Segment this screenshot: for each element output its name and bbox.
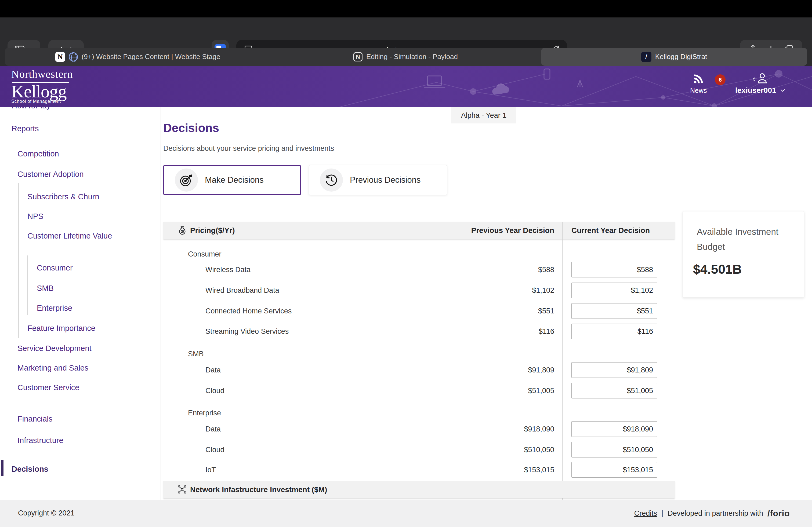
globe-icon	[69, 52, 78, 61]
sidebar-nav: HowToPlay Reports Competition Customer A…	[0, 107, 161, 500]
footer-separator: |	[661, 509, 663, 517]
user-menu[interactable]: lexiuser001	[735, 72, 786, 95]
table-row: Wireless Data $588	[163, 262, 675, 277]
budget-title: Available Investment Budget	[697, 224, 788, 254]
sidebar-item-customer-adoption[interactable]: Customer Adoption	[17, 170, 84, 179]
table-row: Wired Broadband Data $1,102	[163, 283, 675, 298]
table-row: Data $91,809	[163, 362, 675, 378]
sidebar-item-customer-lifetime-value[interactable]: Customer Lifetime Value	[27, 231, 112, 240]
table-row: Cloud $510,050	[163, 442, 675, 457]
previous-value: $153,015	[524, 466, 554, 474]
main-panel: Alpha - Year 1 Decisions Decisions about…	[161, 107, 812, 500]
page-subtitle: Decisions about your service pricing and…	[163, 144, 334, 153]
sidebar-item-customer-service[interactable]: Customer Service	[17, 383, 79, 392]
table-group-row: SMB	[163, 346, 675, 362]
logo-kellogg: Kellogg	[11, 83, 73, 100]
username-text: lexiuser001	[735, 86, 776, 95]
kellogg-logo[interactable]: Northwestern Kellogg School of Managemen…	[11, 68, 73, 104]
row-label: Connected Home Services	[205, 307, 292, 315]
sidebar-item-howtoplay[interactable]: HowToPlay	[12, 107, 50, 110]
credits-link[interactable]: Credits	[634, 509, 657, 517]
copyright-text: Copyright © 2021	[18, 509, 75, 517]
pricing-title: Pricing($/Yr)	[190, 226, 235, 235]
col-previous-year: Previous Year Decision	[471, 226, 554, 235]
sidebar-item-competition[interactable]: Competition	[17, 149, 59, 158]
budget-value: $4.501B	[693, 262, 742, 277]
current-decision-input-smb-data[interactable]	[571, 362, 657, 378]
sidebar-item-nps[interactable]: NPS	[27, 212, 44, 221]
group-label: SMB	[188, 350, 204, 358]
row-label: Streaming Video Services	[205, 327, 289, 336]
sidebar-item-decisions-active[interactable]: Decisions	[12, 465, 48, 473]
col-current-year: Current Year Decision	[571, 226, 650, 235]
round-badge: Alpha - Year 1	[451, 107, 516, 123]
sidebar-item-smb[interactable]: SMB	[37, 284, 54, 293]
current-decision-input-ent-cloud[interactable]	[571, 442, 657, 457]
make-decisions-tab[interactable]: Make Decisions	[163, 165, 301, 195]
row-label: Wired Broadband Data	[205, 286, 279, 295]
news-count-badge: 6	[715, 74, 726, 85]
table-row: Connected Home Services $551	[163, 303, 675, 319]
sidebar-item-feature-importance[interactable]: Feature Importance	[27, 324, 95, 333]
tab-label: (9+) Website Pages Content | Website Sta…	[82, 52, 220, 61]
table-row: Streaming Video Services $116	[163, 323, 675, 339]
svg-text:$: $	[182, 230, 183, 232]
nav-subgroup-line	[27, 255, 28, 315]
logo-northwestern: Northwestern	[11, 68, 73, 80]
sidebar-item-service-development[interactable]: Service Development	[17, 344, 91, 353]
investment-title: Network Infastructure Investment ($M)	[190, 485, 327, 494]
browser-tab-editing-simulation[interactable]: N Editing - Simulation - Payload	[271, 48, 540, 66]
forio-logo: /forio	[767, 509, 790, 518]
current-decision-input-wired-broadband[interactable]	[571, 283, 657, 298]
nav-group-line	[18, 183, 19, 338]
previous-value: $588	[538, 266, 554, 274]
sidebar-item-financials[interactable]: Financials	[17, 415, 53, 423]
make-decisions-label: Make Decisions	[205, 175, 264, 185]
current-decision-input-smb-cloud[interactable]	[571, 383, 657, 398]
browser-tab-website-pages[interactable]: N (9+) Website Pages Content | Website S…	[5, 48, 271, 66]
previous-value: $510,050	[524, 446, 554, 454]
previous-value: $1,102	[532, 286, 554, 295]
previous-value: $551	[538, 307, 554, 315]
tab-label: Kellogg DigiStrat	[655, 52, 707, 61]
table-row: Cloud $51,005	[163, 383, 675, 398]
previous-value: $918,090	[524, 425, 554, 433]
news-button[interactable]: News 6	[690, 73, 707, 94]
table-row: IoT $153,015	[163, 462, 675, 478]
page-footer: Copyright © 2021 Credits | Developed in …	[0, 500, 812, 527]
sidebar-item-enterprise[interactable]: Enterprise	[37, 304, 72, 313]
table-group-row: Enterprise	[163, 405, 675, 421]
forio-slash-icon: /	[641, 52, 651, 62]
previous-value: $51,005	[528, 387, 554, 395]
chevron-down-icon	[779, 87, 786, 94]
row-label: IoT	[205, 466, 216, 474]
rss-icon	[693, 81, 704, 85]
sidebar-item-consumer[interactable]: Consumer	[37, 264, 73, 272]
history-icon	[320, 168, 343, 192]
pricing-table: $ Pricing($/Yr) Previous Year Decision C…	[163, 222, 675, 500]
sidebar-item-marketing-and-sales[interactable]: Marketing and Sales	[17, 364, 88, 373]
sidebar-item-reports[interactable]: Reports	[12, 124, 39, 133]
current-decision-input-connected-home[interactable]	[571, 303, 657, 319]
browser-tab-kellogg-digistrat-active[interactable]: / Kellogg DigiStrat	[541, 48, 807, 66]
user-icon	[752, 81, 769, 85]
pricing-header-row: $ Pricing($/Yr) Previous Year Decision C…	[163, 222, 675, 239]
previous-decisions-label: Previous Decisions	[350, 175, 421, 185]
previous-value: $91,809	[528, 366, 554, 374]
row-label: Cloud	[205, 446, 224, 454]
notion-icon: N	[55, 52, 65, 62]
current-decision-input-streaming-video[interactable]	[571, 323, 657, 339]
tab-strip: N (9+) Website Pages Content | Website S…	[0, 48, 812, 66]
sidebar-item-infrastructure[interactable]: Infrastructure	[17, 436, 63, 445]
current-decision-input-wireless-data[interactable]	[571, 262, 657, 277]
current-decision-input-ent-data[interactable]	[571, 421, 657, 437]
page-content: HowToPlay Reports Competition Customer A…	[0, 107, 812, 500]
budget-card: Available Investment Budget $4.501B	[683, 211, 804, 298]
current-decision-input-ent-iot[interactable]	[571, 462, 657, 478]
news-label: News	[690, 87, 707, 94]
group-label: Consumer	[188, 250, 221, 258]
target-icon	[175, 168, 198, 192]
previous-decisions-tab[interactable]: Previous Decisions	[309, 165, 447, 195]
sidebar-item-subscribers-churn[interactable]: Subscribers & Churn	[27, 192, 99, 201]
investment-header-row: Network Infastructure Investment ($M)	[163, 481, 675, 498]
